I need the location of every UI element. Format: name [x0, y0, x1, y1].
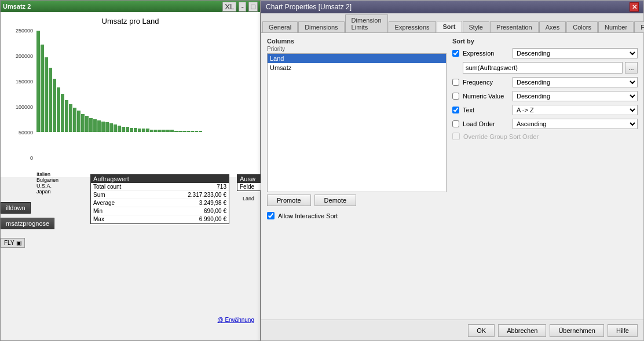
chart-bar	[122, 127, 125, 132]
tab-sort[interactable]: Sort	[437, 21, 462, 32]
chart-bar	[57, 87, 60, 132]
chart-bar	[174, 131, 178, 132]
hilfe-button[interactable]: Hilfe	[608, 324, 638, 337]
list-item-umsatz[interactable]: Umsatz	[268, 63, 446, 72]
dialog-title: Chart Properties [Umsatz 2]	[266, 3, 352, 11]
chart-bar	[166, 130, 170, 132]
frequency-label: Frequency	[463, 79, 509, 86]
chart-properties-dialog: Chart Properties [Umsatz 2] ✕ General Di…	[261, 0, 644, 341]
chart-bar	[162, 130, 166, 132]
chart-bar	[105, 122, 109, 132]
tab-presentation[interactable]: Presentation	[490, 21, 539, 32]
chart-bar	[73, 108, 76, 132]
chart-bar	[146, 129, 149, 132]
chart-bar	[182, 131, 186, 132]
stats-row-count: Total count 713	[91, 183, 229, 191]
columns-panel: Columns Priority Land Umsatz Promote Dem…	[267, 38, 447, 219]
expression-edit-button[interactable]: ...	[625, 62, 638, 74]
override-row: Override Group Sort Order	[452, 133, 638, 140]
sort-row-expression: Expression Descending Ascending	[452, 48, 638, 58]
tab-bar: General Dimensions Dimension Limits Expr…	[261, 13, 643, 33]
ok-button[interactable]: OK	[468, 324, 495, 337]
allow-sort-row: Allow Interactive Sort	[267, 212, 447, 219]
columns-label: Columns	[267, 38, 447, 45]
chart-bar	[178, 131, 182, 132]
chart-bar	[130, 128, 133, 132]
chart-bar	[114, 124, 117, 132]
chart-bar	[36, 31, 40, 132]
chart-bar	[93, 119, 97, 132]
tab-axes[interactable]: Axes	[539, 21, 566, 32]
chart-bar	[118, 126, 121, 132]
demote-button[interactable]: Demote	[314, 195, 357, 206]
chart-bar	[81, 114, 85, 132]
dialog-content: Columns Priority Land Umsatz Promote Dem…	[261, 33, 643, 224]
chart-area: Umsatz pro Land 250000 200000 150000 100…	[1, 12, 260, 177]
frequency-checkbox[interactable]	[452, 79, 459, 86]
chart-bar	[186, 131, 190, 132]
bg-window-titlebar: Umsatz 2 XL - □	[1, 1, 260, 12]
dialog-titlebar: Chart Properties [Umsatz 2] ✕	[261, 1, 643, 13]
bg-window-controls[interactable]: XL - □	[222, 2, 258, 12]
tab-general[interactable]: General	[262, 21, 298, 32]
maximize-button[interactable]: □	[248, 2, 258, 12]
expression-select[interactable]: Descending Ascending	[513, 48, 638, 58]
list-item-land[interactable]: Land	[268, 54, 446, 63]
tab-expressions[interactable]: Expressions	[389, 21, 436, 32]
text-select[interactable]: A -> Z Z -> A	[513, 105, 638, 115]
stats-header: Auftragswert	[91, 175, 229, 183]
chart-bar	[45, 57, 48, 132]
ubernehmen-button[interactable]: Übernehmen	[550, 324, 604, 337]
numeric-select[interactable]: Descending Ascending	[513, 91, 638, 101]
chart-bar	[170, 130, 174, 132]
tab-font[interactable]: Font	[634, 21, 644, 32]
chart-bar	[49, 68, 52, 132]
dialog-close-button[interactable]: ✕	[630, 2, 639, 12]
promote-button[interactable]: Promote	[267, 195, 311, 206]
expression-input-row: ...	[463, 62, 638, 74]
abbrechen-button[interactable]: Abbrechen	[498, 324, 546, 337]
list-buttons: Promote Demote	[267, 195, 447, 206]
tab-number[interactable]: Number	[598, 21, 634, 32]
priority-list[interactable]: Land Umsatz	[267, 53, 447, 192]
override-checkbox[interactable]	[452, 133, 460, 140]
numeric-checkbox[interactable]	[452, 93, 459, 100]
chart-bar	[134, 128, 137, 132]
chart-bars	[35, 28, 255, 132]
drilldown-button[interactable]: illdown	[1, 202, 31, 214]
expression-checkbox[interactable]	[452, 50, 459, 57]
tab-dimensions[interactable]: Dimensions	[298, 21, 344, 32]
chart-bar	[191, 131, 194, 132]
chart-bar	[101, 122, 105, 132]
chart-bar	[65, 100, 68, 132]
loadorder-select[interactable]: Ascending Descending	[513, 119, 638, 129]
chart-bar	[126, 127, 129, 132]
chart-bar	[41, 45, 44, 132]
chart-bar	[97, 120, 101, 132]
tab-colors[interactable]: Colors	[566, 21, 598, 32]
override-label: Override Group Sort Order	[463, 133, 539, 140]
allow-sort-checkbox[interactable]	[267, 212, 275, 219]
sort-row-numeric: Numeric Value Descending Ascending	[452, 91, 638, 101]
expression-input[interactable]	[463, 62, 623, 74]
sort-row-loadorder: Load Order Ascending Descending	[452, 119, 638, 129]
stats-row-sum: Sum 2.317.233,00 €	[91, 191, 229, 199]
background-window: Umsatz 2 XL - □ Umsatz pro Land 250000 2…	[0, 0, 261, 341]
chart-bar	[150, 130, 153, 132]
loadorder-checkbox[interactable]	[452, 120, 459, 127]
chart-bar	[53, 79, 56, 132]
xl-button[interactable]: XL	[222, 2, 236, 12]
loadorder-label: Load Order	[463, 120, 509, 127]
sort-row-frequency: Frequency Descending Ascending	[452, 77, 638, 87]
chart-bar	[61, 94, 64, 132]
frequency-select[interactable]: Descending Ascending	[513, 77, 638, 87]
erwahnung-link[interactable]: @ Erwähnung	[217, 317, 254, 323]
dialog-footer: OK Abbrechen Übernehmen Hilfe	[261, 320, 643, 340]
tab-dimension-limits[interactable]: Dimension Limits	[345, 14, 388, 32]
text-checkbox[interactable]	[452, 107, 459, 113]
chart-bar	[89, 118, 93, 132]
stats-panel: Auftragswert Total count 713 Sum 2.317.2…	[90, 174, 229, 224]
minimize-button[interactable]: -	[239, 2, 246, 12]
tab-style[interactable]: Style	[463, 21, 489, 32]
umsatzprognose-button[interactable]: msatzprognose	[1, 218, 54, 229]
